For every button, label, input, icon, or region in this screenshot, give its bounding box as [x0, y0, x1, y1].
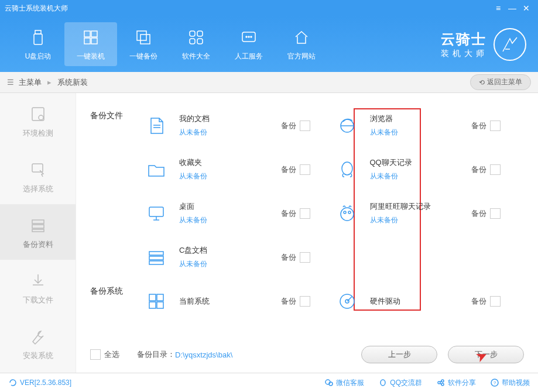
svg-rect-20 — [32, 225, 44, 228]
svg-rect-9 — [197, 31, 203, 36]
window-title: 云骑士系统装机大师 — [5, 4, 68, 13]
return-main-button[interactable]: ⟲ 返回主菜单 — [470, 74, 531, 90]
backup-path[interactable]: D:\yqsxtzjds\bak\ — [175, 350, 232, 359]
sidebar-select-system[interactable]: 选择系统 — [0, 149, 76, 204]
svg-rect-4 — [84, 38, 90, 44]
checkbox-docs[interactable] — [300, 121, 310, 131]
svg-rect-26 — [149, 207, 163, 216]
svg-point-44 — [381, 380, 385, 386]
nav-service[interactable]: 人工服务 — [222, 22, 275, 66]
path-label: 备份目录： — [137, 349, 175, 360]
sidebar-download[interactable]: 下载文件 — [0, 260, 76, 315]
svg-point-29 — [341, 208, 354, 221]
svg-rect-35 — [149, 294, 156, 301]
breadcrumb-current: 系统新装 — [57, 77, 88, 88]
qq-group-link[interactable]: QQ交流群 — [378, 378, 422, 388]
section-system-label: 备份系统 — [90, 286, 137, 297]
nav-install[interactable]: 一键装机 — [64, 22, 117, 66]
help-link[interactable]: ? 帮助视频 — [490, 378, 530, 388]
svg-rect-34 — [149, 261, 163, 264]
copy-icon — [133, 27, 154, 48]
undo-icon: ⟲ — [479, 78, 485, 87]
svg-rect-19 — [32, 220, 44, 223]
svg-rect-3 — [91, 31, 97, 37]
gear-doc-icon — [28, 104, 49, 125]
download-icon — [28, 270, 49, 291]
checkbox-browser[interactable] — [490, 121, 501, 131]
qq-small-icon — [378, 378, 388, 387]
qq-icon — [334, 156, 361, 183]
monitor-icon — [143, 200, 170, 227]
svg-rect-21 — [32, 229, 44, 232]
sidebar-install[interactable]: 安装系统 — [0, 315, 76, 371]
checkbox-driver[interactable] — [490, 296, 501, 307]
svg-text:?: ? — [494, 380, 496, 386]
svg-point-13 — [246, 36, 247, 37]
svg-point-30 — [344, 211, 346, 214]
wechat-icon — [324, 378, 334, 387]
breadcrumb-root[interactable]: 主菜单 — [19, 77, 42, 88]
svg-line-41 — [347, 297, 352, 301]
close-icon[interactable]: ✕ — [519, 4, 533, 13]
svg-point-14 — [248, 36, 249, 37]
wrench-icon — [28, 326, 49, 347]
hdd-icon — [334, 288, 361, 315]
checkbox-select-all[interactable] — [90, 349, 101, 360]
svg-rect-18 — [32, 164, 43, 172]
version-link[interactable]: VER[2.5.36.853] — [8, 378, 71, 387]
server-icon — [28, 215, 49, 236]
svg-rect-37 — [149, 302, 156, 308]
svg-rect-38 — [157, 302, 163, 308]
share-link[interactable]: 软件分享 — [436, 378, 476, 388]
refresh-icon — [8, 378, 18, 387]
svg-point-15 — [251, 36, 252, 37]
checkbox-ali[interactable] — [490, 208, 501, 219]
list-icon: ☰ — [7, 78, 14, 87]
knight-icon — [494, 28, 526, 61]
svg-point-31 — [348, 211, 351, 214]
wangwang-icon — [334, 200, 361, 227]
prev-button[interactable]: 上一步 — [361, 346, 437, 363]
apps-icon — [186, 27, 207, 48]
section-files-label: 备份文件 — [90, 111, 137, 121]
checkbox-desktop[interactable] — [300, 208, 310, 219]
svg-point-17 — [39, 115, 43, 120]
svg-rect-8 — [190, 31, 195, 36]
windows-icon — [80, 27, 101, 48]
svg-rect-33 — [149, 256, 163, 260]
svg-point-25 — [342, 162, 352, 175]
nav-software[interactable]: 软件大全 — [170, 22, 222, 66]
document-icon — [143, 112, 170, 139]
svg-rect-6 — [137, 31, 146, 40]
svg-rect-5 — [91, 38, 97, 44]
wechat-link[interactable]: 微信客服 — [324, 378, 364, 388]
svg-rect-7 — [141, 35, 150, 44]
nav-usb[interactable]: U盘启动 — [12, 22, 64, 66]
windows-grid-icon — [143, 288, 170, 315]
logo: 云骑士 装机大师 — [441, 28, 526, 61]
sidebar-env-check[interactable]: 环境检测 — [0, 93, 76, 149]
home-icon — [291, 27, 312, 48]
svg-rect-11 — [197, 39, 203, 44]
usb-icon — [28, 27, 49, 48]
chevron-right-icon: ▸ — [47, 78, 52, 87]
nav-website[interactable]: 官方网站 — [275, 22, 328, 66]
svg-rect-16 — [32, 108, 44, 121]
share-icon — [436, 378, 446, 387]
drive-icon — [143, 244, 170, 271]
menu-icon[interactable]: ≡ — [491, 4, 505, 13]
svg-rect-10 — [190, 39, 195, 44]
checkbox-cdisk[interactable] — [300, 252, 310, 263]
svg-rect-32 — [149, 252, 163, 255]
cursor-icon — [28, 159, 49, 180]
chat-icon — [238, 27, 259, 48]
next-button[interactable]: 下一步 — [448, 346, 524, 363]
checkbox-qq[interactable] — [490, 164, 501, 175]
checkbox-os[interactable] — [300, 296, 310, 307]
folder-icon — [143, 156, 170, 183]
sidebar-backup-data[interactable]: 备份资料 — [0, 204, 76, 260]
nav-backup[interactable]: 一键备份 — [117, 22, 170, 66]
checkbox-fav[interactable] — [300, 164, 310, 175]
svg-rect-36 — [157, 294, 163, 301]
minimize-icon[interactable]: — — [505, 4, 519, 13]
